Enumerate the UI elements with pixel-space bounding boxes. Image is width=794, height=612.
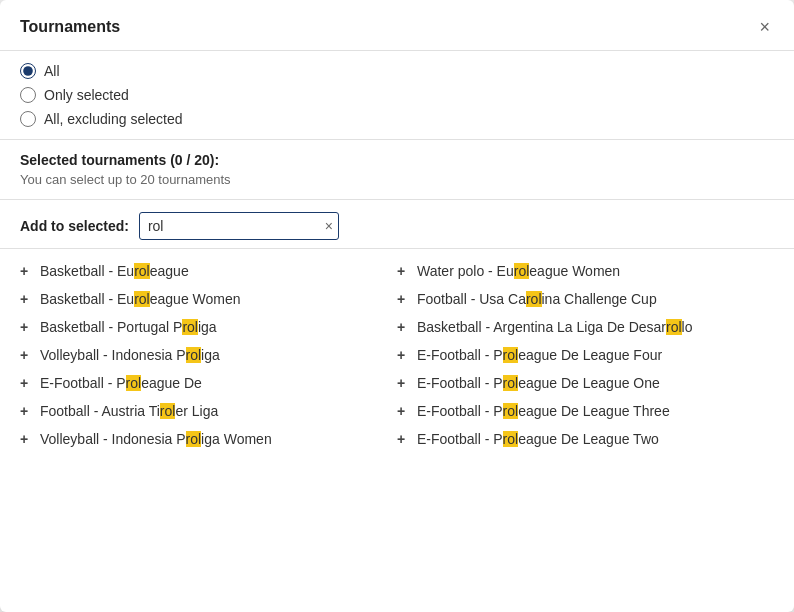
selected-section: Selected tournaments (0 / 20): You can s… xyxy=(0,140,794,200)
radio-all-input[interactable] xyxy=(20,63,36,79)
list-item[interactable]: +Volleyball - Indonesia Proliga Women xyxy=(20,425,397,453)
radio-all-excluding-input[interactable] xyxy=(20,111,36,127)
result-item-text: Water polo - Euroleague Women xyxy=(417,263,620,279)
radio-section: All Only selected All, excluding selecte… xyxy=(0,51,794,140)
radio-all[interactable]: All xyxy=(20,63,774,79)
result-item-text: E-Football - Proleague De League Four xyxy=(417,347,662,363)
list-item[interactable]: +Volleyball - Indonesia Proliga xyxy=(20,341,397,369)
list-item[interactable]: +Basketball - Argentina La Liga De Desar… xyxy=(397,313,774,341)
add-plus-icon: + xyxy=(397,319,409,335)
add-plus-icon: + xyxy=(20,319,32,335)
add-plus-icon: + xyxy=(20,403,32,419)
result-item-text: Basketball - Portugal Proliga xyxy=(40,319,217,335)
radio-all-excluding-label: All, excluding selected xyxy=(44,111,183,127)
list-item[interactable]: +E-Football - Proleague De League Four xyxy=(397,341,774,369)
results-left-col: +Basketball - Euroleague+Basketball - Eu… xyxy=(20,257,397,453)
add-plus-icon: + xyxy=(20,263,32,279)
list-item[interactable]: +Water polo - Euroleague Women xyxy=(397,257,774,285)
add-section: Add to selected: × xyxy=(0,200,794,249)
results-right-col: +Water polo - Euroleague Women+Football … xyxy=(397,257,774,453)
list-item[interactable]: +Basketball - Euroleague Women xyxy=(20,285,397,313)
result-item-text: E-Football - Proleague De League Two xyxy=(417,431,659,447)
list-item[interactable]: +E-Football - Proleague De League One xyxy=(397,369,774,397)
radio-all-excluding[interactable]: All, excluding selected xyxy=(20,111,774,127)
list-item[interactable]: +Football - Austria Tiroler Liga xyxy=(20,397,397,425)
result-item-text: Volleyball - Indonesia Proliga xyxy=(40,347,220,363)
add-plus-icon: + xyxy=(397,291,409,307)
result-item-text: Football - Usa Carolina Challenge Cup xyxy=(417,291,657,307)
dialog-title: Tournaments xyxy=(20,18,120,36)
list-item[interactable]: +E-Football - Proleague De League Three xyxy=(397,397,774,425)
add-plus-icon: + xyxy=(397,375,409,391)
result-item-text: Basketball - Argentina La Liga De Desarr… xyxy=(417,319,693,335)
result-item-text: Football - Austria Tiroler Liga xyxy=(40,403,218,419)
result-item-text: E-Football - Proleague De League Three xyxy=(417,403,670,419)
radio-only-selected-input[interactable] xyxy=(20,87,36,103)
selected-hint: You can select up to 20 tournaments xyxy=(20,172,774,187)
add-label: Add to selected: xyxy=(20,218,129,234)
add-plus-icon: + xyxy=(397,403,409,419)
search-input[interactable] xyxy=(139,212,339,240)
result-item-text: Basketball - Euroleague Women xyxy=(40,291,241,307)
add-plus-icon: + xyxy=(20,291,32,307)
dialog-header: Tournaments × xyxy=(0,0,794,51)
add-plus-icon: + xyxy=(397,263,409,279)
search-wrapper: × xyxy=(139,212,339,240)
add-plus-icon: + xyxy=(20,375,32,391)
add-plus-icon: + xyxy=(397,347,409,363)
result-item-text: Basketball - Euroleague xyxy=(40,263,189,279)
result-item-text: E-Football - Proleague De xyxy=(40,375,202,391)
result-item-text: Volleyball - Indonesia Proliga Women xyxy=(40,431,272,447)
add-plus-icon: + xyxy=(397,431,409,447)
radio-all-label: All xyxy=(44,63,60,79)
results-section: +Basketball - Euroleague+Basketball - Eu… xyxy=(0,249,794,469)
add-plus-icon: + xyxy=(20,431,32,447)
list-item[interactable]: +Basketball - Portugal Proliga xyxy=(20,313,397,341)
close-button[interactable]: × xyxy=(755,16,774,38)
radio-only-selected-label: Only selected xyxy=(44,87,129,103)
selected-title: Selected tournaments (0 / 20): xyxy=(20,152,774,168)
list-item[interactable]: +Basketball - Euroleague xyxy=(20,257,397,285)
result-item-text: E-Football - Proleague De League One xyxy=(417,375,660,391)
tournaments-dialog: Tournaments × All Only selected All, exc… xyxy=(0,0,794,612)
list-item[interactable]: +Football - Usa Carolina Challenge Cup xyxy=(397,285,774,313)
clear-button[interactable]: × xyxy=(325,219,333,233)
radio-only-selected[interactable]: Only selected xyxy=(20,87,774,103)
add-plus-icon: + xyxy=(20,347,32,363)
list-item[interactable]: +E-Football - Proleague De League Two xyxy=(397,425,774,453)
list-item[interactable]: +E-Football - Proleague De xyxy=(20,369,397,397)
